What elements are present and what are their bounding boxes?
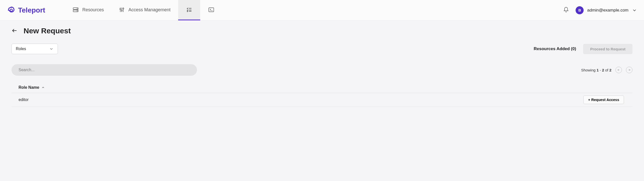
nav-resources[interactable]: Resources (65, 0, 111, 20)
role-name-cell: editor (19, 98, 583, 102)
filter-dropdown[interactable]: Roles (12, 44, 58, 54)
svg-point-3 (77, 9, 78, 9)
table-header[interactable]: Role Name (12, 82, 632, 93)
nav: Resources Access Management (65, 0, 222, 20)
nav-terminal[interactable] (200, 0, 222, 20)
nav-resources-label: Resources (82, 7, 104, 13)
page-header: New Request (12, 27, 632, 35)
server-icon (73, 7, 79, 13)
bell-icon (563, 7, 569, 13)
page-body: New Request Roles Resources Added (0) Pr… (0, 21, 644, 113)
nav-access-mgmt-label: Access Management (128, 7, 170, 13)
resources-added-label: Resources Added (0) (534, 46, 576, 51)
pagination-text: Showing 1 - 2 of 2 (581, 68, 611, 72)
avatar: B (576, 6, 584, 14)
brand-name: Teleport (18, 6, 45, 14)
chevron-down-icon (632, 8, 637, 13)
chevron-down-icon (49, 47, 54, 51)
proceed-button[interactable]: Proceed to Request (583, 44, 632, 54)
table-row: editor + Request Access (12, 93, 632, 107)
nav-requests[interactable] (178, 0, 200, 20)
arrow-left-icon (617, 68, 620, 72)
pagination: Showing 1 - 2 of 2 (581, 67, 632, 73)
gear-icon (7, 6, 16, 15)
request-access-button[interactable]: + Request Access (583, 96, 624, 104)
controls-row: Roles Resources Added (0) Proceed to Req… (12, 44, 632, 54)
svg-point-8 (121, 10, 122, 11)
topbar-right: B admin@example.com (563, 6, 637, 14)
sliders-icon (119, 7, 125, 13)
arrow-right-icon (627, 68, 631, 72)
svg-point-4 (77, 11, 78, 11)
svg-point-10 (123, 8, 124, 9)
filter-dropdown-label: Roles (16, 47, 26, 51)
brand-logo[interactable]: Teleport (7, 6, 45, 15)
search-input[interactable] (12, 64, 197, 76)
search-row: Showing 1 - 2 of 2 (12, 64, 632, 76)
column-header-role-name: Role Name (19, 85, 39, 90)
terminal-icon (208, 7, 214, 13)
topbar: Teleport Resources Access Management (0, 0, 644, 21)
nav-access-management[interactable]: Access Management (111, 0, 178, 20)
page-title: New Request (24, 27, 71, 35)
prev-page-button[interactable] (615, 67, 622, 73)
user-email: admin@example.com (587, 8, 628, 13)
svg-point-6 (120, 9, 121, 10)
notifications-button[interactable] (563, 7, 569, 14)
checklist-icon (186, 7, 192, 13)
svg-rect-14 (209, 8, 214, 12)
back-button[interactable] (12, 28, 18, 34)
sort-ascending-icon (41, 86, 45, 89)
arrow-left-icon (12, 28, 18, 34)
user-menu-button[interactable]: B admin@example.com (576, 6, 637, 14)
next-page-button[interactable] (626, 67, 632, 73)
avatar-initial: B (578, 8, 581, 12)
